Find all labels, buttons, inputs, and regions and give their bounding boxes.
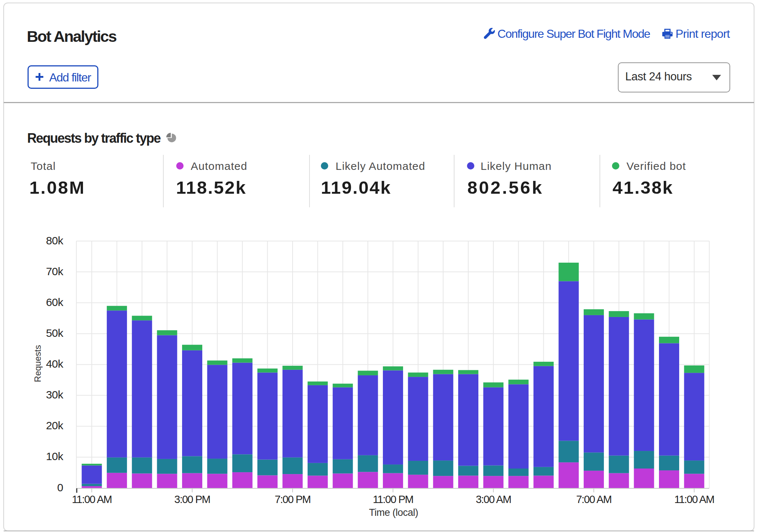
svg-text:3:00 AM: 3:00 AM	[476, 493, 511, 505]
svg-text:70k: 70k	[46, 265, 64, 277]
svg-text:10k: 10k	[46, 450, 64, 462]
svg-text:20k: 20k	[46, 419, 64, 431]
svg-text:11:00 AM: 11:00 AM	[674, 493, 714, 505]
svg-text:Requests: Requests	[33, 345, 43, 382]
svg-text:60k: 60k	[46, 296, 64, 308]
svg-text:40k: 40k	[46, 358, 64, 370]
svg-text:11:00 PM: 11:00 PM	[373, 493, 413, 505]
svg-text:80k: 80k	[46, 234, 64, 247]
svg-text:7:00 PM: 7:00 PM	[275, 493, 311, 505]
svg-text:30k: 30k	[46, 389, 64, 401]
svg-text:11:00 AM: 11:00 AM	[72, 493, 112, 505]
svg-text:Time (local): Time (local)	[369, 507, 418, 518]
svg-text:0: 0	[57, 481, 63, 493]
svg-text:3:00 PM: 3:00 PM	[174, 493, 210, 505]
svg-text:7:00 AM: 7:00 AM	[576, 493, 611, 505]
svg-text:50k: 50k	[46, 327, 64, 339]
